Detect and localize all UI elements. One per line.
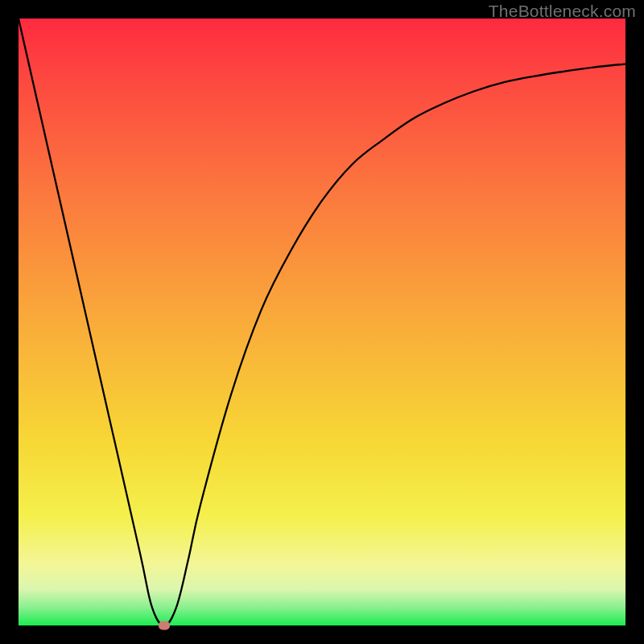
curve-layer — [19, 19, 625, 625]
optimum-marker — [159, 621, 170, 630]
bottleneck-curve — [19, 19, 625, 625]
watermark-text: TheBottleneck.com — [489, 2, 636, 21]
plot-area — [19, 19, 625, 625]
chart-container: TheBottleneck.com — [0, 0, 644, 644]
